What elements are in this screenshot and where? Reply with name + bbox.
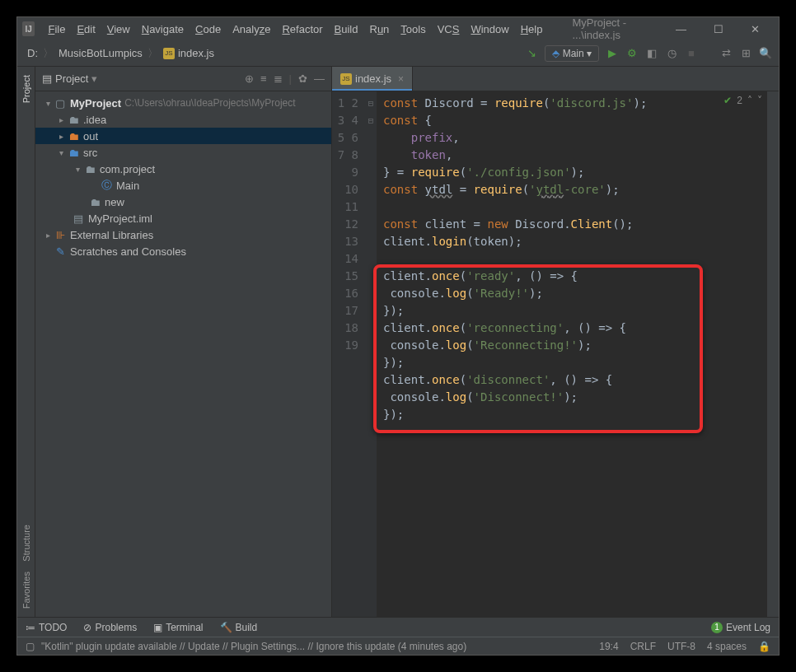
todo-tool-button[interactable]: ≔TODO	[26, 622, 67, 633]
run-config-selector[interactable]: ⬘ Main ▾	[545, 45, 599, 62]
menu-code[interactable]: Code	[190, 21, 226, 38]
tab-index-js[interactable]: JS index.js ×	[332, 67, 413, 91]
window-title: MyProject - ...\index.js	[572, 16, 663, 41]
tree-item-idea[interactable]: ▸ 🖿 .idea	[35, 111, 331, 128]
tree-item-new[interactable]: 🖿 new	[35, 194, 331, 210]
settings-icon[interactable]: ✿	[298, 72, 307, 85]
js-file-icon: JS	[163, 48, 175, 59]
tree-item-src[interactable]: ▾ 🖿 src	[35, 144, 331, 161]
menu-vcs[interactable]: VCS	[433, 21, 465, 38]
lock-icon[interactable]: 🔒	[758, 641, 770, 652]
project-panel-header: ▤ Project ▾ ⊕ ≡ ≣ | ✿ —	[35, 67, 331, 91]
editor-scrollbar[interactable]	[767, 91, 779, 617]
line-separator[interactable]: CRLF	[630, 641, 656, 652]
libraries-icon: ⊪	[54, 229, 67, 241]
expand-icon[interactable]: ▸	[55, 115, 67, 124]
close-icon[interactable]: ×	[398, 73, 404, 85]
structure-tool-button[interactable]: Structure	[21, 521, 31, 565]
left-tool-strip: Project Structure Favorites	[17, 67, 35, 617]
class-icon: Ⓒ	[100, 178, 113, 193]
breadcrumb-drive[interactable]: D:	[24, 47, 41, 59]
folder-icon: 🖿	[67, 130, 80, 142]
expand-icon[interactable]: ▸	[42, 231, 54, 240]
js-file-icon: JS	[340, 73, 352, 85]
editor-area: JS index.js × 1 2 3 4 5 6 7 8 9 10 11 12…	[332, 67, 779, 617]
tree-item-out[interactable]: ▸ 🖿 out	[35, 128, 331, 144]
menu-analyze[interactable]: Analyze	[227, 21, 275, 38]
tree-item-package[interactable]: ▾ 🖿 com.project	[35, 161, 331, 177]
warning-icon: ⊘	[83, 622, 91, 633]
maximize-button[interactable]: ☐	[700, 17, 737, 40]
run-button[interactable]: ▶	[606, 47, 619, 60]
file-encoding[interactable]: UTF-8	[667, 641, 695, 652]
tree-root[interactable]: ▾ ▢ MyProject C:\Users\ohrau\IdeaProject…	[35, 95, 331, 111]
main-menu: File Edit View Navigate Code Analyze Ref…	[43, 21, 547, 38]
menu-refactor[interactable]: Refactor	[277, 21, 327, 38]
expand-icon[interactable]: ▾	[55, 148, 67, 157]
problems-tool-button[interactable]: ⊘Problems	[83, 622, 137, 633]
bottom-toolbar: ≔TODO ⊘Problems ▣Terminal 🔨Build 1 Event…	[17, 617, 779, 637]
project-tool-button[interactable]: Project	[21, 72, 31, 106]
minimize-button[interactable]: —	[663, 17, 700, 40]
status-message[interactable]: "Kotlin" plugin update available // Upda…	[41, 641, 466, 652]
checkmark-icon: ✔	[723, 95, 732, 106]
terminal-tool-button[interactable]: ▣Terminal	[153, 622, 203, 633]
coverage-button[interactable]: ◧	[645, 47, 658, 60]
collapse-all-icon[interactable]: ≣	[274, 72, 283, 85]
tree-item-main[interactable]: Ⓒ Main	[35, 177, 331, 194]
code-editor[interactable]: const Discord = require('discord.js'); c…	[377, 91, 767, 617]
editor-tabs: JS index.js ×	[332, 67, 779, 91]
breadcrumb-file[interactable]: JSindex.js	[160, 47, 218, 60]
project-panel: ▤ Project ▾ ⊕ ≡ ≣ | ✿ — ▾ ▢ MyProject	[35, 67, 332, 617]
package-icon: 🖿	[83, 163, 96, 175]
cursor-position[interactable]: 19:4	[599, 641, 618, 652]
tree-item-iml[interactable]: ▤ MyProject.iml	[35, 210, 331, 226]
indent-settings[interactable]: 4 spaces	[707, 641, 747, 652]
favorites-tool-button[interactable]: Favorites	[21, 568, 31, 612]
menu-tools[interactable]: Tools	[396, 21, 430, 38]
dropdown-icon[interactable]: ▾	[91, 72, 97, 85]
git-button[interactable]: ⇄	[719, 47, 733, 60]
expand-icon[interactable]: ▾	[72, 165, 83, 174]
breadcrumb-folder[interactable]: MusicBotLumpics	[55, 47, 146, 59]
event-log-button[interactable]: Event Log	[726, 622, 770, 633]
statusbar: ▢ "Kotlin" plugin update available // Up…	[17, 637, 779, 655]
menu-window[interactable]: Window	[466, 21, 513, 38]
menu-file[interactable]: File	[43, 21, 70, 38]
chevron-down-icon[interactable]: ˅	[757, 95, 762, 106]
hammer-icon: 🔨	[220, 622, 232, 633]
chevron-up-icon[interactable]: ˄	[747, 95, 752, 106]
editor-body: 1 2 3 4 5 6 7 8 9 10 11 12 13 14 15 16 1…	[332, 91, 779, 617]
search-everywhere-button[interactable]: ⊞	[739, 47, 752, 60]
locate-icon[interactable]: ⊕	[245, 72, 254, 85]
search-button[interactable]: 🔍	[759, 47, 772, 60]
close-button[interactable]: ✕	[737, 17, 774, 40]
titlebar: IJ File Edit View Navigate Code Analyze …	[17, 17, 779, 40]
project-panel-title[interactable]: Project	[55, 72, 88, 85]
menu-build[interactable]: Build	[330, 21, 363, 38]
build-tool-button[interactable]: 🔨Build	[220, 622, 258, 633]
expand-icon[interactable]: ▾	[42, 99, 54, 108]
hide-icon[interactable]: —	[314, 72, 325, 85]
tool-window-toggle-icon[interactable]: ▢	[26, 641, 35, 652]
menu-help[interactable]: Help	[516, 21, 548, 38]
tree-item-libraries[interactable]: ▸ ⊪ External Libraries	[35, 226, 331, 243]
project-tree: ▾ ▢ MyProject C:\Users\ohrau\IdeaProject…	[35, 91, 331, 263]
inspection-widget[interactable]: ✔ 2 ˄ ˅	[723, 95, 762, 106]
fold-gutter[interactable]: ⊟ ⊟	[365, 91, 377, 617]
profile-button[interactable]: ◷	[665, 47, 678, 60]
menu-edit[interactable]: Edit	[72, 21, 100, 38]
folder-icon: 🖿	[88, 196, 101, 208]
folder-icon: 🖿	[67, 114, 80, 126]
expand-icon[interactable]: ▸	[55, 132, 67, 141]
folder-icon: 🖿	[67, 147, 80, 159]
expand-all-icon[interactable]: ≡	[260, 72, 267, 85]
scratches-icon: ✎	[54, 245, 67, 258]
menu-run[interactable]: Run	[364, 21, 394, 38]
stop-button[interactable]: ■	[685, 47, 698, 60]
build-hammer-icon[interactable]: ↘	[525, 47, 538, 60]
tree-item-scratches[interactable]: ✎ Scratches and Consoles	[35, 243, 331, 259]
debug-button[interactable]: ⚙	[625, 47, 639, 60]
menu-view[interactable]: View	[102, 21, 135, 38]
menu-navigate[interactable]: Navigate	[137, 21, 189, 38]
